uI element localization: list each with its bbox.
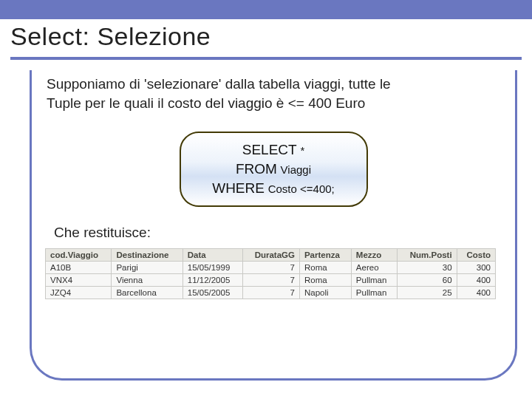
sql-where-line: WHERE Costo <=400; bbox=[187, 179, 361, 198]
table-row: VNX4 Vienna 11/12/2005 7 Roma Pullman 60… bbox=[46, 274, 496, 287]
table-row: A10B Parigi 15/05/1999 7 Roma Aereo 30 3… bbox=[46, 262, 496, 274]
table-cell: 25 bbox=[398, 287, 457, 299]
table-header: Partenza bbox=[299, 249, 351, 262]
content-frame: Supponiamo di 'selezionare' dalla tabell… bbox=[30, 70, 517, 381]
table-header: Data bbox=[183, 249, 242, 262]
table-cell: A10B bbox=[46, 262, 112, 274]
table-cell: Pullman bbox=[351, 274, 398, 287]
table-cell: JZQ4 bbox=[46, 287, 112, 299]
sql-select-arg: * bbox=[300, 144, 304, 157]
description-line1: Supponiamo di 'selezionare' dalla tabell… bbox=[47, 76, 391, 92]
table-cell: Napoli bbox=[299, 287, 351, 299]
table-cell: Aereo bbox=[351, 262, 398, 274]
sql-code-box: SELECT * FROM Viaggi WHERE Costo <=400; bbox=[180, 132, 368, 207]
table-row: JZQ4 Barcellona 15/05/2005 7 Napoli Pull… bbox=[46, 287, 496, 299]
table-cell: 400 bbox=[457, 274, 495, 287]
table-header: cod.Viaggio bbox=[46, 249, 112, 262]
result-table: cod.Viaggio Destinazione Data DurataGG P… bbox=[45, 248, 496, 299]
table-header: DurataGG bbox=[242, 249, 299, 262]
table-cell: Vienna bbox=[112, 274, 183, 287]
title-divider bbox=[10, 57, 522, 60]
sql-select-line: SELECT * bbox=[187, 140, 361, 160]
table-cell: 7 bbox=[242, 274, 299, 287]
table-cell: 60 bbox=[398, 274, 457, 287]
page-title: Select: Selezione bbox=[10, 22, 522, 51]
table-cell: 11/12/2005 bbox=[183, 274, 242, 287]
table-cell: Pullman bbox=[351, 287, 398, 299]
table-cell: VNX4 bbox=[46, 274, 112, 287]
table-cell: 30 bbox=[398, 262, 457, 274]
table-cell: Roma bbox=[299, 262, 351, 274]
table-cell: 300 bbox=[457, 262, 495, 274]
sql-select-keyword: SELECT bbox=[242, 142, 297, 157]
table-header: Mezzo bbox=[351, 249, 398, 262]
table-cell: 400 bbox=[457, 287, 495, 299]
sql-from-line: FROM Viaggi bbox=[187, 160, 361, 179]
table-cell: 7 bbox=[242, 287, 299, 299]
description-line2: Tuple per le quali il costo del viaggio … bbox=[47, 95, 365, 111]
description-text: Supponiamo di 'selezionare' dalla tabell… bbox=[45, 70, 502, 112]
table-header: Costo bbox=[457, 249, 495, 262]
table-header: Destinazione bbox=[112, 249, 183, 262]
sql-where-keyword: WHERE bbox=[212, 180, 265, 196]
table-cell: 15/05/1999 bbox=[183, 262, 242, 274]
table-cell: Roma bbox=[299, 274, 351, 287]
returns-label: Che restituisce: bbox=[45, 220, 502, 248]
table-cell: Parigi bbox=[112, 262, 183, 274]
sql-from-keyword: FROM bbox=[236, 161, 277, 177]
table-cell: Barcellona bbox=[112, 287, 183, 299]
table-header: Num.Posti bbox=[398, 249, 457, 262]
table-header-row: cod.Viaggio Destinazione Data DurataGG P… bbox=[46, 249, 496, 262]
table-cell: 7 bbox=[242, 262, 299, 274]
table-cell: 15/05/2005 bbox=[183, 287, 242, 299]
title-area: Select: Selezione bbox=[0, 19, 532, 57]
result-table-wrap: cod.Viaggio Destinazione Data DurataGG P… bbox=[45, 248, 502, 299]
header-band bbox=[0, 0, 532, 19]
sql-where-arg: Costo <=400; bbox=[268, 183, 335, 195]
sql-from-arg: Viaggi bbox=[281, 163, 311, 176]
